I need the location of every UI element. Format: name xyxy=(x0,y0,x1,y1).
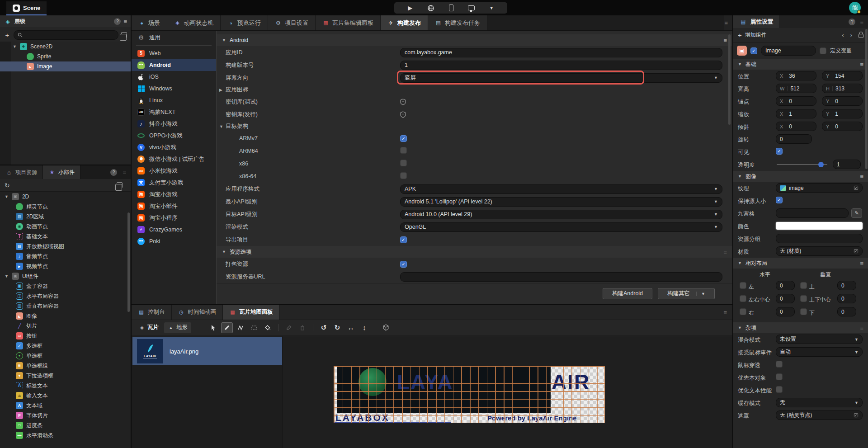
widget-item[interactable]: A文本域 xyxy=(0,401,131,410)
widget-item[interactable]: ◉动画节点 xyxy=(0,222,131,231)
anchor-value-input[interactable]: 0 xyxy=(776,307,795,316)
collapse-caret[interactable]: ▼ xyxy=(219,124,223,129)
number-input[interactable]: X1 xyxy=(776,109,816,118)
anchor-checkbox[interactable] xyxy=(800,282,807,289)
rect-select-tool[interactable] xyxy=(248,322,260,333)
platform-item[interactable]: 5Web xyxy=(132,47,216,59)
widget-item[interactable]: ♪音频节点 xyxy=(0,251,131,261)
platform-item[interactable]: 淘淘宝小游戏 xyxy=(132,189,216,200)
assets-tab-0[interactable]: ⌂项目资源 xyxy=(0,165,43,179)
dropdown-select[interactable]: 竖屏▼ xyxy=(400,73,722,83)
picker-icon[interactable] xyxy=(854,249,859,254)
widget-item[interactable]: ▶视频节点 xyxy=(0,261,131,271)
help-icon[interactable]: ? xyxy=(114,18,121,25)
checkbox[interactable] xyxy=(400,160,407,166)
picker-icon[interactable] xyxy=(854,185,859,190)
widget-item[interactable]: ◫水平布局容器 xyxy=(0,291,131,301)
inspector-section-header[interactable]: ▼杂项≡ xyxy=(733,322,868,333)
widget-item[interactable]: ▼下拉选项框 xyxy=(0,371,131,381)
collapse-caret[interactable]: ▼ xyxy=(738,325,742,330)
panel-menu-icon[interactable]: ≡ xyxy=(123,169,126,175)
phone-icon[interactable] xyxy=(449,5,453,11)
tilemap-canvas[interactable]: LAYA AIR LAYABOX Powered by LayaAir Engi… xyxy=(283,336,732,448)
editor-tab-1[interactable]: ◈动画状态机 xyxy=(167,15,221,30)
cube-tool[interactable] xyxy=(380,322,392,333)
collapse-caret[interactable]: ▼ xyxy=(222,38,226,42)
user-avatar[interactable]: 能 xyxy=(849,2,861,14)
form-group-row[interactable]: ▶应用图标 xyxy=(217,84,732,95)
build-other-button[interactable]: 构建其它▼ xyxy=(658,288,715,299)
widget-item[interactable]: ▤开放数据域视图 xyxy=(0,241,131,251)
anchor-value-input[interactable]: 0 xyxy=(837,307,856,316)
widget-item[interactable]: ▥垂直布局容器 xyxy=(0,301,131,311)
flip-v-tool[interactable]: ↕ xyxy=(359,322,370,333)
component-enabled-checkbox[interactable]: ✓ xyxy=(750,47,757,54)
widget-group[interactable]: ▼▣2D xyxy=(0,192,131,202)
eyedropper-tool[interactable] xyxy=(283,322,295,333)
checkbox[interactable]: ✓ xyxy=(400,236,407,243)
platform-item[interactable]: ⚙通用 xyxy=(132,32,216,43)
widget-item[interactable]: ▭按钮 xyxy=(0,331,131,341)
widget-item[interactable]: ✓多选框 xyxy=(0,341,131,351)
undo-tool[interactable]: ↺ xyxy=(318,322,330,333)
dropdown-select[interactable]: 未设置▼ xyxy=(776,335,863,344)
collapse-caret[interactable]: ▼ xyxy=(222,250,226,254)
resource-chip[interactable]: image xyxy=(776,183,863,193)
redo-tool[interactable]: ↻ xyxy=(331,322,343,333)
anchor-checkbox[interactable] xyxy=(740,282,746,289)
widget-item[interactable]: ●单选框 xyxy=(0,351,131,361)
resource-chip[interactable]: 无 (精灵节点) xyxy=(776,410,863,420)
define-var-checkbox[interactable] xyxy=(820,47,826,54)
bucket-tool[interactable] xyxy=(262,322,274,333)
dropdown-select[interactable]: 自动▼ xyxy=(776,347,863,357)
platform-item[interactable]: 微信小游戏 | 试玩广告 xyxy=(132,153,216,165)
color-swatch[interactable] xyxy=(776,222,863,230)
add-component-button[interactable]: 增加组件 xyxy=(745,31,767,39)
number-input[interactable]: H313 xyxy=(822,84,863,93)
text-input[interactable]: com.layabox.game xyxy=(400,48,722,57)
dropdown-select[interactable]: 无▼ xyxy=(776,398,863,407)
section-menu-icon[interactable]: ≡ xyxy=(860,173,863,180)
picker-icon[interactable] xyxy=(854,413,859,418)
tab-properties[interactable]: ▤ 属性设置 xyxy=(733,15,779,28)
number-input[interactable]: X0 xyxy=(776,96,816,106)
editor-tab-4[interactable]: ▦瓦片集编辑面板 xyxy=(316,15,381,30)
pencil-tool[interactable] xyxy=(221,322,233,333)
platform-item[interactable]: mi小米快游戏 xyxy=(132,165,216,177)
component-name-input[interactable] xyxy=(761,46,816,56)
platform-item[interactable]: Poki xyxy=(132,236,216,247)
build-android-button[interactable]: 构建Android xyxy=(603,288,652,299)
checkbox[interactable] xyxy=(776,373,783,380)
play-icon[interactable]: ▶ xyxy=(408,5,412,11)
nav-forward-icon[interactable]: › xyxy=(850,32,852,38)
platform-item[interactable]: ♪抖音小游戏 xyxy=(132,118,216,130)
duplicate-icon[interactable] xyxy=(117,182,123,188)
keystore-icon[interactable] xyxy=(400,111,406,118)
platform-item[interactable]: Vvivo小游戏 xyxy=(132,141,216,153)
widget-item[interactable]: —水平滑动条 xyxy=(0,430,131,440)
flip-h-tool[interactable]: ↔ xyxy=(345,322,357,333)
dropdown-select[interactable]: Android 10.0 (API level 29)▼ xyxy=(400,210,722,219)
bottom-tab-1[interactable]: ◷时间轴动画 xyxy=(172,305,223,320)
platform-item[interactable]: ⚡CrazyGames xyxy=(132,224,216,236)
editor-tab-2[interactable]: ◑预览运行 xyxy=(221,15,268,30)
section-menu-icon[interactable]: ≡ xyxy=(723,37,727,44)
checkbox[interactable] xyxy=(400,172,407,179)
help-icon[interactable]: ? xyxy=(849,19,855,25)
checkbox[interactable]: ✓ xyxy=(400,135,407,142)
text-input[interactable] xyxy=(400,272,722,282)
assets-tab-1[interactable]: ★小部件 xyxy=(43,165,80,179)
checkbox[interactable] xyxy=(400,147,407,154)
anchor-value-input[interactable]: 0 xyxy=(776,294,795,303)
collapse-caret[interactable]: ▼ xyxy=(738,174,742,179)
slider-knob[interactable] xyxy=(818,162,824,167)
duplicate-icon[interactable] xyxy=(121,32,127,38)
keystore-icon[interactable] xyxy=(400,99,406,105)
number-input[interactable]: 0 xyxy=(776,134,812,144)
widget-group[interactable]: ▼▣UI组件 xyxy=(0,271,131,281)
polyline-tool[interactable] xyxy=(235,322,246,333)
hierarchy-node[interactable]: ▼◆Scene2D xyxy=(0,42,131,52)
panel-menu-icon[interactable]: ≡ xyxy=(860,19,863,25)
dropdown-select[interactable]: OpenGL▼ xyxy=(400,222,722,232)
widget-item[interactable]: F字体切片 xyxy=(0,410,131,420)
